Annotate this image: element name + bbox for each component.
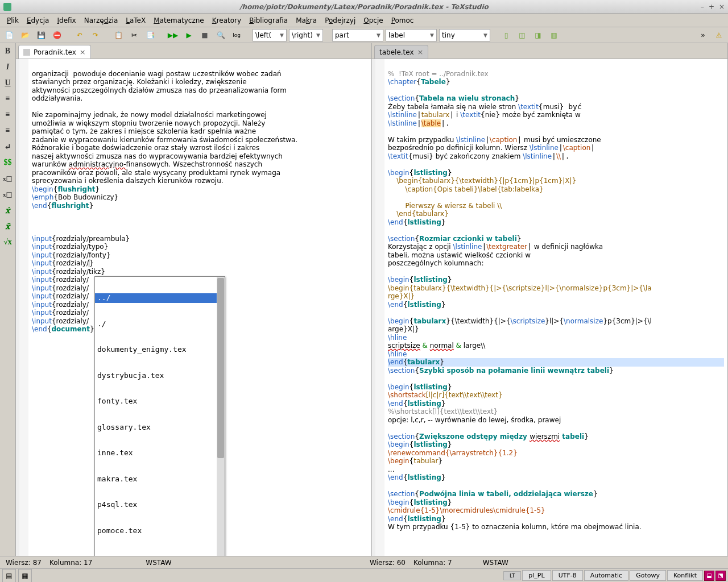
menu-opcje[interactable]: Opcje <box>360 15 386 26</box>
menu-bibliografia[interactable]: Bibliografia <box>246 15 291 26</box>
lang-button[interactable]: pl_PL <box>522 570 551 581</box>
menu-plik[interactable]: Plik <box>3 15 22 26</box>
status-col: Kolumna: 17 <box>49 559 92 567</box>
subscript-button[interactable]: x□ <box>2 173 14 184</box>
underline-button[interactable]: U <box>2 77 14 89</box>
more-button[interactable]: » <box>696 28 710 42</box>
ready-button[interactable]: Gotowy <box>630 570 666 581</box>
open-button[interactable]: 📂 <box>18 28 32 42</box>
menu-podejrzyj[interactable]: Podejrzyj <box>321 15 359 26</box>
tab-label: Poradnik.tex <box>34 48 76 56</box>
italic-button[interactable]: I <box>2 61 14 73</box>
tab-poradnik[interactable]: Poradnik.tex × <box>18 45 91 59</box>
autocomplete-item[interactable]: fonty.tex <box>95 397 225 406</box>
app-icon <box>3 3 11 11</box>
fontsize-select[interactable]: tiny▼ <box>439 29 490 41</box>
dfrac-button[interactable]: ẍ <box>2 221 14 232</box>
menu-kreatory[interactable]: Kreatory <box>209 15 245 26</box>
autocomplete-item[interactable]: makra.tex <box>95 475 225 484</box>
toolbar: 📄 📂 💾 ⛔ ↶ ↷ 📋 ✂ 📑 ▶▶ ▶ ■ 🔍 log \left(▼ \… <box>0 27 728 43</box>
minimize-button[interactable]: – <box>701 3 704 11</box>
superscript-button[interactable]: x□ <box>2 189 14 200</box>
maximize-button[interactable]: + <box>709 3 714 11</box>
corner-badge-2[interactable]: ⬔ <box>715 571 726 581</box>
status-mode: WSTAW <box>483 559 508 567</box>
align-left-button[interactable]: ≡ <box>2 93 14 105</box>
save-button[interactable]: 💾 <box>34 28 48 42</box>
undo-button[interactable]: ↶ <box>73 28 86 42</box>
autocomplete-item[interactable]: p4sql.tex <box>95 500 225 510</box>
close-file-button[interactable]: ⛔ <box>50 28 64 42</box>
autocomplete-item[interactable]: ../ <box>95 293 225 303</box>
tab-close-button[interactable]: × <box>417 48 424 56</box>
left-editor-pane: Poradnik.tex × organizacji powoduje doce… <box>16 43 372 556</box>
align-right-button[interactable]: ≡ <box>2 125 14 136</box>
label-select[interactable]: label▼ <box>386 29 437 41</box>
cut-button[interactable]: ✂ <box>127 28 141 42</box>
bold-button[interactable]: B <box>2 45 14 57</box>
auto-button[interactable]: Automatic <box>584 570 628 581</box>
layout1-button[interactable]: ▯ <box>499 28 513 42</box>
log-button[interactable]: log <box>230 28 243 42</box>
right-editor[interactable]: % !TeX root = ../Poradnik.tex \chapter{T… <box>372 59 727 556</box>
status-row: Wiersz: 87 Kolumna: 17 WSTAW Wiersz: 60 … <box>0 556 728 568</box>
new-button[interactable]: 📄 <box>2 28 16 42</box>
menu-idefix[interactable]: Idefix <box>53 15 79 26</box>
panel2-button[interactable]: ▦ <box>18 569 32 583</box>
layout2-button[interactable]: ◫ <box>515 28 529 42</box>
autocomplete-item[interactable]: glossary.tex <box>95 423 225 433</box>
menu-pomoc[interactable]: Pomoc <box>388 15 417 26</box>
autocomplete-item[interactable]: inne.tex <box>95 448 225 458</box>
autocomplete-item[interactable]: pomoce.tex <box>95 526 225 536</box>
menubar: Plik Edycja Idefix Narzędzia LaTeX Matem… <box>0 14 728 27</box>
conflict-button[interactable]: Konflikt <box>667 570 703 581</box>
close-button[interactable]: × <box>719 3 725 11</box>
status-mode: WSTAW <box>146 559 171 567</box>
compile-run-button[interactable]: ▶▶ <box>166 28 180 42</box>
right-editor-pane: tabele.tex × % !TeX root = ../Poradnik.t… <box>372 43 728 556</box>
titlebar: /home/piotr/Dokumenty/Latex/Poradnik/Por… <box>0 0 728 14</box>
tab-label: tabele.tex <box>379 48 414 56</box>
compile-button[interactable]: ▶ <box>182 28 196 42</box>
layout4-button[interactable]: ▥ <box>547 28 561 42</box>
section-select[interactable]: part▼ <box>332 29 383 41</box>
autocomplete-scrollbar[interactable] <box>217 277 225 556</box>
math-dollar-button[interactable]: $$ <box>2 157 14 168</box>
redo-button[interactable]: ↷ <box>89 28 102 42</box>
menu-makra[interactable]: Makra <box>292 15 320 26</box>
autocomplete-item[interactable]: dokumenty_enigmy.tex <box>95 345 225 355</box>
tab-tabele[interactable]: tabele.tex × <box>374 45 428 59</box>
align-center-button[interactable]: ≡ <box>2 109 14 120</box>
layout3-button[interactable]: ◨ <box>531 28 545 42</box>
warning-icon[interactable]: ⚠ <box>712 28 726 42</box>
tab-close-button[interactable]: × <box>80 48 86 56</box>
status-line: Wiersz: 87 <box>6 559 42 567</box>
left-editor[interactable]: organizacji powoduje docenianie wagi pos… <box>16 59 371 556</box>
menu-edycja[interactable]: Edycja <box>23 15 53 26</box>
corner-badge-1[interactable]: ⬓ <box>704 571 714 581</box>
encoding-button[interactable]: UTF-8 <box>552 570 583 581</box>
delim-left-select[interactable]: \left(▼ <box>253 29 287 41</box>
menu-latex[interactable]: LaTeX <box>122 15 149 26</box>
paste-button[interactable]: 📑 <box>143 28 157 42</box>
copy-button[interactable]: 📋 <box>111 28 125 42</box>
view-button[interactable]: 🔍 <box>214 28 228 42</box>
file-icon <box>23 49 30 56</box>
menu-narzedzia[interactable]: Narzędzia <box>81 15 122 26</box>
side-toolbar: B I U ≡ ≡ ≡ ↵ $$ x□ x□ ẋ ẍ √x <box>0 43 16 556</box>
autocomplete-popup: ../ ./ dokumenty_enigmy.tex dystrybucja.… <box>94 276 225 556</box>
newline-button[interactable]: ↵ <box>2 141 14 152</box>
autocomplete-item[interactable]: dystrybucja.tex <box>95 371 225 381</box>
panel1-button[interactable]: ▤ <box>2 569 16 583</box>
window-title: /home/piotr/Dokumenty/Latex/Poradnik/Por… <box>239 3 489 11</box>
delim-right-select[interactable]: \right)▼ <box>289 29 323 41</box>
autocomplete-item[interactable]: ./ <box>95 319 225 329</box>
menu-matematyczne[interactable]: Matematyczne <box>150 15 208 26</box>
sqrt-button[interactable]: √x <box>2 236 14 248</box>
frac-button[interactable]: ẋ <box>2 205 14 216</box>
status-line: Wiersz: 60 <box>370 559 406 567</box>
lt-indicator[interactable]: LT <box>503 571 521 580</box>
bottom-bar: ▤ ▦ LT pl_PL UTF-8 Automatic Gotowy Konf… <box>0 568 728 582</box>
stop-button[interactable]: ■ <box>198 28 212 42</box>
status-col: Kolumna: 7 <box>413 559 452 567</box>
